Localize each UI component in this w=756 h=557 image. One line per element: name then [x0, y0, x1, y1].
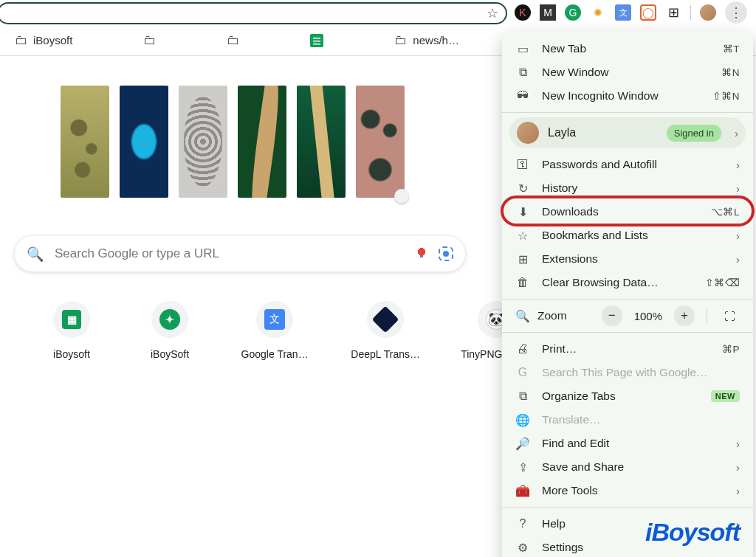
- organize-icon: ⧉: [515, 390, 530, 403]
- menu-more-tools[interactable]: 🧰 More Tools ›: [502, 479, 753, 502]
- doodle-tile: [179, 86, 227, 198]
- ext-icon-translate[interactable]: 文: [615, 4, 631, 21]
- menu-history[interactable]: ↻ History ›: [502, 176, 753, 200]
- menu-clear-data[interactable]: 🗑 Clear Browsing Data… ⇧⌘⌫: [502, 271, 753, 294]
- ext-icon-k[interactable]: K: [515, 4, 531, 21]
- new-window-icon: ⧉: [515, 66, 530, 79]
- menu-organize-tabs[interactable]: ⧉ Organize Tabs NEW: [502, 384, 753, 408]
- menu-downloads[interactable]: ⬇ Downloads ⌥⌘L: [502, 200, 753, 224]
- menu-passwords[interactable]: ⚿ Passwords and Autofill ›: [502, 153, 753, 176]
- fullscreen-button[interactable]: ⛶: [719, 305, 740, 326]
- doodle-tile: [61, 86, 109, 198]
- ext-icon-m[interactable]: M: [540, 4, 556, 21]
- menu-find[interactable]: 🔎 Find and Edit ›: [502, 432, 753, 455]
- menu-save-share[interactable]: ⇪ Save and Share ›: [502, 455, 753, 479]
- chevron-right-icon: ›: [736, 485, 740, 497]
- save-icon: ⇪: [515, 460, 530, 474]
- menu-incognito[interactable]: 🕶 New Incognito Window ⇧⌘N: [502, 84, 753, 108]
- menu-print[interactable]: 🖨 Print… ⌘P: [502, 337, 753, 361]
- bookmark-folder-3[interactable]: 🗀: [227, 33, 239, 48]
- divider: [707, 308, 707, 324]
- menu-extensions[interactable]: ⊞ Extensions ›: [502, 247, 753, 271]
- ntp-shortcuts: ▦ iBoysoft ✦ iBoySoft Google Tran… DeepL…: [7, 271, 480, 360]
- menu-bookmarks[interactable]: ☆ Bookmarks and Lists ›: [502, 224, 753, 247]
- menu-label: Search This Page with Google…: [542, 366, 740, 379]
- bookmark-label: iBoysoft: [33, 34, 72, 46]
- trash-icon: 🗑: [515, 276, 530, 289]
- menu-new-tab[interactable]: ▭ New Tab ⌘T: [502, 37, 753, 60]
- doodle-tile: [120, 86, 168, 198]
- extensions-puzzle-icon[interactable]: ⊞: [665, 4, 681, 21]
- menu-label: History: [542, 181, 724, 195]
- doodle-tile: [297, 86, 346, 198]
- help-icon: ?: [515, 517, 530, 530]
- incognito-icon: 🕶: [515, 89, 530, 103]
- shortcut-iboysoft-1[interactable]: ▦ iBoysoft: [53, 301, 90, 360]
- gear-icon: ⚙: [515, 541, 530, 555]
- new-tab-icon: ▭: [515, 42, 530, 56]
- doodle-tile: [356, 86, 405, 198]
- bookmark-news[interactable]: 🗀news/h…: [394, 33, 459, 48]
- menu-label: Save and Share: [542, 460, 724, 474]
- menu-label: Organize Tabs: [542, 390, 699, 403]
- shortcut-label: Google Tran…: [241, 348, 309, 360]
- new-badge: NEW: [711, 390, 740, 402]
- menu-shortcut: ⌘T: [723, 43, 740, 55]
- zoom-in-button[interactable]: +: [674, 305, 695, 326]
- google-g-icon: G: [515, 366, 530, 379]
- folder-icon: 🗀: [227, 33, 239, 48]
- menu-shortcut: ⌘N: [721, 66, 740, 78]
- ext-icon-o[interactable]: ◯: [640, 4, 656, 21]
- profile-avatar-toolbar[interactable]: [700, 4, 716, 21]
- puzzle-icon: ⊞: [515, 252, 530, 266]
- zoom-out-button[interactable]: −: [602, 305, 622, 326]
- chevron-right-icon: ›: [736, 229, 740, 242]
- shortcut-label: iBoysoft: [53, 348, 90, 360]
- star-icon[interactable]: ☆: [487, 5, 498, 21]
- profile-avatar-icon: [517, 122, 539, 144]
- address-input[interactable]: [6, 7, 487, 20]
- search-box[interactable]: 🔍 Search Google or type a URL: [15, 236, 465, 271]
- menu-label: Downloads: [542, 205, 699, 218]
- menu-label: More Tools: [542, 484, 724, 497]
- share-doodle-icon[interactable]: [394, 189, 409, 204]
- menu-profile[interactable]: Layla Signed in ›: [509, 117, 746, 148]
- voice-search-icon[interactable]: [415, 247, 428, 260]
- doodle-image-strip[interactable]: [7, 86, 405, 198]
- google-lens-icon[interactable]: [439, 246, 453, 261]
- find-icon: 🔎: [515, 437, 530, 451]
- print-icon: 🖨: [515, 342, 530, 356]
- shortcut-label: DeepL Trans…: [351, 348, 420, 360]
- zoom-icon: 🔍: [515, 309, 530, 323]
- shortcut-google-translate[interactable]: Google Tran…: [250, 301, 300, 360]
- shortcut-deepl[interactable]: DeepL Trans…: [360, 301, 410, 360]
- menu-translate: 🌐 Translate…: [502, 408, 753, 432]
- address-bar[interactable]: ☆: [0, 2, 507, 24]
- sheets-icon: [310, 34, 323, 47]
- menu-new-window[interactable]: ⧉ New Window ⌘N: [502, 60, 753, 84]
- shortcut-iboysoft-2[interactable]: ✦ iBoySoft: [151, 301, 189, 360]
- toolbar-divider: [690, 5, 691, 20]
- chevron-right-icon: ›: [736, 461, 740, 474]
- bookmark-sheets[interactable]: [310, 34, 323, 47]
- watermark: iBoysoft: [645, 518, 740, 547]
- zoom-value: 100%: [630, 310, 667, 322]
- bookmark-label: news/h…: [413, 34, 459, 46]
- ext-icon-sg[interactable]: ✺: [590, 4, 606, 21]
- menu-shortcut: ⌥⌘L: [711, 206, 740, 218]
- menu-label: New Window: [542, 66, 709, 79]
- bookmark-iboysoft[interactable]: 🗀iBoysoft: [15, 33, 72, 48]
- download-icon: ⬇: [515, 205, 530, 219]
- menu-label: Clear Browsing Data…: [542, 276, 693, 289]
- chrome-menu-button[interactable]: ⋮: [725, 1, 747, 24]
- key-icon: ⚿: [515, 158, 530, 171]
- star-outline-icon: ☆: [515, 229, 530, 243]
- chevron-right-icon: ›: [736, 159, 740, 171]
- ext-icon-grammarly[interactable]: G: [565, 4, 581, 21]
- new-tab-page: 🔍 Search Google or type a URL ▦ iBoysoft…: [0, 56, 487, 360]
- menu-shortcut: ⇧⌘⌫: [705, 277, 740, 288]
- bookmark-folder-2[interactable]: 🗀: [143, 33, 156, 48]
- menu-label: Extensions: [542, 252, 724, 266]
- shortcut-favicon: ▦: [62, 310, 81, 329]
- menu-label: Find and Edit: [542, 437, 724, 450]
